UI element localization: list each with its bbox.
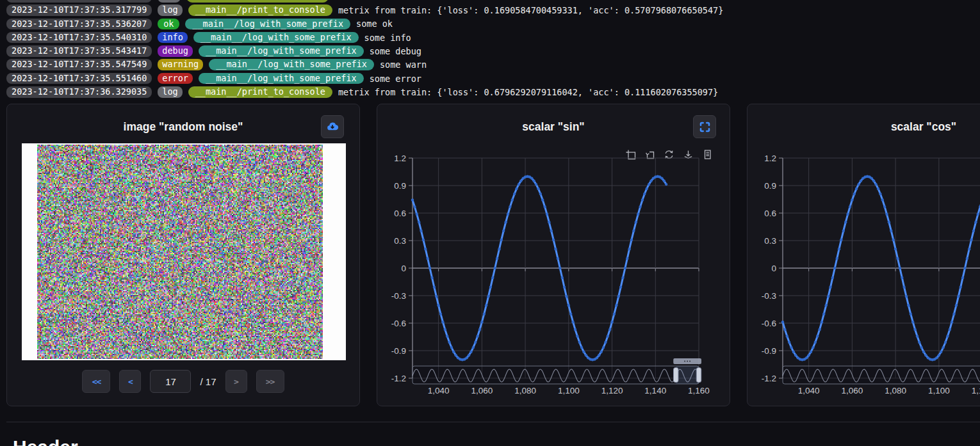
log-console: 2023-12-10T17:37:35.317799log__main__/pr… (6, 0, 723, 100)
page-input[interactable] (150, 370, 191, 393)
noise-image (37, 145, 323, 359)
svg-text:1,140: 1,140 (644, 386, 666, 395)
svg-text:-0.9: -0.9 (762, 346, 776, 356)
level-badge: debug (158, 45, 193, 57)
svg-text:0: 0 (771, 264, 776, 273)
log-row: 2023-12-10T17:37:35.317799log__main__/pr… (6, 4, 723, 16)
log-row: 2023-12-10T17:37:35.547549warning__main_… (6, 59, 723, 70)
svg-text:1,100: 1,100 (928, 386, 950, 395)
cloud-download-icon (326, 120, 339, 133)
log-row: 2023-12-10T17:37:35.543417debug__main__/… (6, 45, 723, 57)
svg-text:1,080: 1,080 (885, 386, 906, 395)
source-badge: __main__/log_with_some_prefix (209, 59, 374, 70)
svg-text:-0.3: -0.3 (391, 291, 406, 301)
prev-page-button[interactable]: < (119, 370, 141, 393)
svg-text:0.6: 0.6 (764, 209, 776, 218)
log-message: some debug (370, 46, 421, 56)
svg-text:1,160: 1,160 (688, 386, 710, 395)
image-card: image "random noise" << < / 17 > >> (6, 104, 360, 406)
svg-text:0.9: 0.9 (394, 181, 406, 191)
svg-text:1,080: 1,080 (514, 386, 536, 395)
log-message: some ok (356, 19, 393, 29)
source-badge: __main__/print_to_console (188, 86, 332, 98)
cards-row: image "random noise" << < / 17 > >> scal… (6, 104, 980, 406)
level-badge: info (158, 32, 188, 44)
source-badge: __main__/log_with_some_prefix (193, 32, 359, 44)
svg-text:0: 0 (401, 264, 406, 273)
sin-chart[interactable]: 1.20.90.60.30-0.3-0.6-0.9-1.21,0401,0601… (377, 104, 731, 407)
footer-heading: Header (13, 436, 78, 446)
level-badge: error (158, 73, 193, 84)
svg-text:-0.3: -0.3 (762, 291, 776, 301)
svg-text:0.3: 0.3 (394, 236, 406, 246)
level-badge: log (158, 4, 182, 16)
svg-text:-1.2: -1.2 (762, 374, 776, 383)
timestamp-badge: 2023-12-10T17:37:35.317799 (6, 4, 152, 16)
timestamp-badge: 2023-12-10T17:37:35.547549 (6, 59, 152, 70)
timestamp-badge: 2023-12-10T17:37:36.329035 (6, 86, 152, 98)
timestamp-badge (6, 0, 152, 3)
timestamp-badge: 2023-12-10T17:37:35.536207 (6, 19, 152, 30)
svg-text:-0.9: -0.9 (391, 346, 406, 356)
sin-card: scalar "sin" (377, 104, 730, 406)
log-message: some info (364, 33, 411, 43)
svg-text:-0.6: -0.6 (762, 319, 776, 328)
svg-text:0.3: 0.3 (764, 236, 776, 246)
level-badge: log (158, 86, 182, 98)
log-row: 2023-12-10T17:37:35.551460error__main__/… (6, 73, 723, 84)
svg-text:1.2: 1.2 (394, 154, 406, 163)
page-total-label: / 17 (200, 376, 216, 387)
log-message: some warn (380, 60, 427, 70)
level-badge: warning (158, 59, 203, 70)
download-button[interactable] (321, 115, 344, 138)
log-row: 2023-12-10T17:37:35.540310info__main__/l… (6, 32, 723, 44)
svg-text:1,100: 1,100 (558, 386, 580, 395)
image-card-title: image "random noise" (7, 120, 359, 134)
image-frame (22, 143, 346, 360)
datazoom-window[interactable] (676, 366, 699, 384)
svg-text:-0.6: -0.6 (391, 319, 406, 328)
svg-text:1,120: 1,120 (972, 386, 980, 395)
cos-chart[interactable]: 1.20.90.60.30-0.3-0.6-0.9-1.21,0401,0601… (747, 104, 980, 407)
next-page-button[interactable]: > (225, 370, 247, 393)
first-page-button[interactable]: << (82, 370, 110, 393)
svg-text:0.6: 0.6 (394, 209, 406, 218)
divider (6, 422, 980, 422)
svg-text:0.9: 0.9 (764, 181, 776, 191)
source-badge (186, 0, 329, 3)
timestamp-badge: 2023-12-10T17:37:35.540310 (6, 32, 152, 44)
log-row: 2023-12-10T17:37:35.536207ok__main__/log… (6, 19, 723, 30)
last-page-button[interactable]: >> (256, 370, 284, 393)
pagination: << < / 17 > >> (7, 370, 359, 393)
svg-text:1,060: 1,060 (841, 386, 863, 395)
log-message: metrix from train: {'loss': 0.1690584700… (338, 5, 723, 15)
timestamp-badge: 2023-12-10T17:37:35.551460 (6, 73, 152, 84)
svg-text:-1.2: -1.2 (391, 374, 406, 383)
source-badge: __main__/log_with_some_prefix (185, 19, 350, 30)
datazoom-handle-right[interactable] (696, 368, 701, 383)
svg-text:1.2: 1.2 (764, 154, 776, 163)
svg-text:1,120: 1,120 (601, 386, 623, 395)
log-message: metrix from train: {'loss': 0.6796292079… (338, 87, 718, 97)
svg-text:1,040: 1,040 (798, 386, 820, 395)
log-row (6, 0, 723, 3)
log-row: 2023-12-10T17:37:36.329035log__main__/pr… (6, 86, 723, 98)
log-message: some error (370, 74, 421, 84)
source-badge: __main__/print_to_console (188, 4, 332, 16)
svg-text:1,040: 1,040 (428, 386, 450, 395)
source-badge: __main__/log_with_some_prefix (199, 45, 364, 57)
svg-text:1,060: 1,060 (471, 386, 493, 395)
level-badge (158, 0, 181, 3)
cos-card: scalar "cos" 1.20.90.60.30-0.3-0.6-0.9-1… (747, 104, 980, 406)
source-badge: __main__/log_with_some_prefix (199, 73, 364, 84)
level-badge: ok (158, 19, 179, 30)
datazoom-handle-left[interactable] (673, 368, 678, 383)
timestamp-badge: 2023-12-10T17:37:35.543417 (6, 45, 152, 57)
